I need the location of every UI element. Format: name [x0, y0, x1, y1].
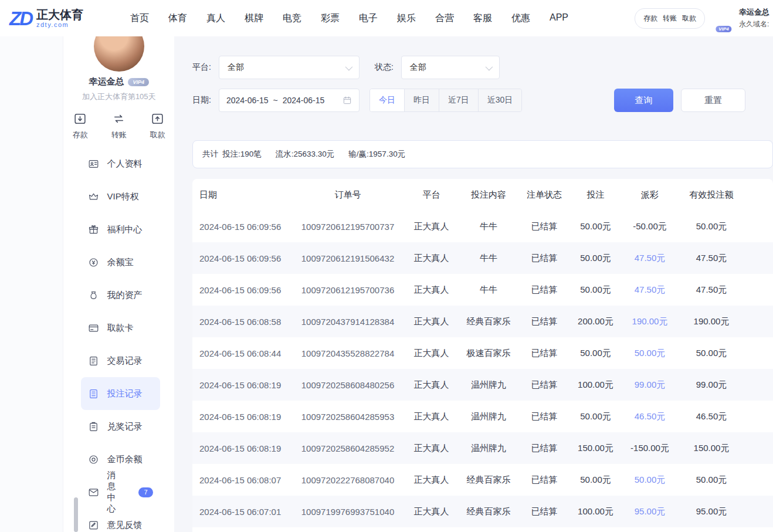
- cell-date: 2024-06-15 06:08:44: [192, 348, 292, 358]
- range-button-yesterday[interactable]: 昨日: [404, 89, 439, 111]
- column-header-payout: 派彩: [621, 189, 679, 201]
- date-end-value: 2024-06-15: [283, 96, 325, 105]
- sidebar-item-transactions[interactable]: 交易记录: [81, 344, 160, 377]
- quick-action-deposit[interactable]: 存款: [73, 111, 88, 140]
- quick-action-transfer[interactable]: 转账: [111, 111, 127, 140]
- nav-item-slots[interactable]: 电子: [359, 12, 378, 25]
- cell-content: 经典百家乐: [459, 506, 518, 517]
- quick-action-label: 取款: [150, 130, 165, 140]
- header-transfer-link[interactable]: 转账: [663, 13, 677, 23]
- cell-content: 牛牛: [459, 284, 518, 296]
- sidebar-item-bet-records[interactable]: 投注记录: [81, 377, 160, 410]
- nav-item-promo[interactable]: 优惠: [511, 12, 530, 25]
- sidebar-item-label: 意见反馈: [107, 520, 142, 531]
- sidebar-item-profile[interactable]: 个人资料: [81, 147, 160, 180]
- nav-item-service[interactable]: 客服: [473, 12, 492, 25]
- cell-platform: 正大真人: [404, 506, 459, 517]
- quick-action-withdraw[interactable]: 取款: [150, 111, 165, 140]
- cell-payout: 50.00元: [621, 475, 679, 486]
- sidebar-item-yuebao[interactable]: 余额宝: [81, 246, 160, 279]
- sidebar-item-feedback[interactable]: 意见反馈: [81, 509, 160, 532]
- platform-select[interactable]: 全部: [219, 56, 360, 79]
- table-row: 2024-06-15 06:08:191009720258604285953正大…: [192, 401, 773, 432]
- bets-icon: [88, 388, 99, 399]
- nav-item-home[interactable]: 首页: [130, 12, 149, 25]
- brand-logo[interactable]: ZD 正大体育 zdty.com: [0, 8, 110, 28]
- sidebar-item-withdraw-card[interactable]: 取款卡: [81, 311, 160, 344]
- top-header: ZD 正大体育 zdty.com 首页体育真人棋牌电竞彩票电子娱乐合营客服优惠A…: [0, 0, 773, 36]
- brand-name: 正大体育: [36, 8, 83, 21]
- date-range-input[interactable]: 2024-06-15 ~ 2024-06-15: [219, 89, 360, 112]
- nav-item-joint[interactable]: 合营: [435, 12, 454, 25]
- header-deposit-link[interactable]: 存款: [643, 13, 657, 23]
- cell-valid: 95.00元: [679, 506, 744, 517]
- cell-bet: 50.00元: [571, 284, 621, 296]
- nav-item-lottery[interactable]: 彩票: [321, 12, 340, 25]
- cell-payout: -50.00元: [621, 221, 679, 232]
- cell-platform: 正大真人: [404, 443, 459, 454]
- cell-bet: 50.00元: [571, 348, 621, 359]
- nav-item-sports[interactable]: 体育: [168, 12, 187, 25]
- nav-item-live[interactable]: 真人: [206, 12, 225, 25]
- table-row: 2024-06-15 06:08:191009720258608480256正大…: [192, 369, 773, 401]
- column-header-valid: 有效投注额: [679, 189, 744, 201]
- bet-records-table: 日期订单号平台投注内容注单状态投注派彩有效投注额 2024-06-15 06:0…: [192, 179, 773, 532]
- cell-order: 1009720258604285952: [292, 443, 404, 453]
- cell-status: 已结算: [518, 348, 571, 359]
- search-button[interactable]: 查询: [614, 89, 673, 112]
- cell-valid: 50.00元: [679, 348, 744, 359]
- feedback-icon: [88, 520, 99, 531]
- cell-valid: 50.00元: [679, 475, 744, 486]
- main-nav: 首页体育真人棋牌电竞彩票电子娱乐合营客服优惠APP: [130, 12, 568, 25]
- cell-order: 1009720612195700736: [292, 285, 404, 295]
- reset-button[interactable]: 重置: [681, 89, 745, 112]
- cell-payout: 95.00元: [621, 506, 679, 517]
- sidebar-item-label: 投注记录: [107, 388, 142, 399]
- cell-status: 已结算: [518, 411, 571, 422]
- column-header-bet: 投注: [571, 189, 621, 201]
- date-separator: ~: [273, 96, 278, 105]
- brand-domain: zdty.com: [36, 21, 83, 28]
- table-row: 2024-06-15 06:08:191009720258604285952正大…: [192, 432, 773, 464]
- column-header-date: 日期: [192, 189, 292, 201]
- cell-content: 温州牌九: [459, 379, 518, 391]
- header-withdraw-link[interactable]: 取款: [682, 13, 696, 23]
- nav-item-esports[interactable]: 电竞: [283, 12, 301, 25]
- sidebar-item-gold-balance[interactable]: 金币余额: [81, 443, 160, 476]
- message-icon: [88, 487, 99, 498]
- cell-bet: 100.00元: [571, 379, 621, 391]
- range-button-today[interactable]: 今日: [370, 89, 404, 111]
- quick-range-group: 今日昨日近7日近30日: [369, 89, 522, 112]
- range-button-last30[interactable]: 近30日: [478, 89, 522, 111]
- cell-content: 经典百家乐: [459, 316, 518, 327]
- table-row: 2024-06-15 06:09:561009720612191506432正大…: [192, 242, 773, 274]
- sidebar-item-vip[interactable]: VIP特权: [81, 180, 160, 213]
- status-select[interactable]: 全部: [401, 56, 500, 79]
- nav-item-chess[interactable]: 棋牌: [245, 12, 263, 25]
- table-row: 2024-06-15 06:09:561009720612195700736正大…: [192, 274, 773, 306]
- sidebar-item-assets[interactable]: 我的资产: [81, 279, 160, 311]
- cell-date: 2024-06-15 06:08:58: [192, 317, 292, 327]
- sidebar-item-label: 个人资料: [107, 158, 142, 170]
- cell-payout: 190.00元: [621, 316, 679, 327]
- sidebar-item-redeem-records[interactable]: 兑奖记录: [81, 410, 160, 443]
- vip-icon: [88, 191, 99, 202]
- column-header-content: 投注内容: [459, 189, 518, 201]
- cell-order: 1009720222768087040: [292, 475, 404, 485]
- cell-payout: 47.50元: [621, 253, 679, 264]
- sidebar-scrollbar-thumb[interactable]: [74, 497, 78, 532]
- column-header-platform: 平台: [404, 189, 459, 201]
- sidebar-item-label: 取款卡: [107, 323, 133, 334]
- nav-item-app[interactable]: APP: [550, 12, 568, 25]
- cell-order: 1009720258608480256: [292, 380, 404, 390]
- vip-badge: VIP4: [128, 78, 149, 86]
- redeem-icon: [88, 421, 99, 432]
- nav-item-entertainment[interactable]: 娱乐: [397, 12, 416, 25]
- sidebar-item-welfare[interactable]: 福利中心: [81, 213, 160, 246]
- sidebar-item-messages[interactable]: 消息中心7: [81, 476, 160, 509]
- header-user[interactable]: VIP4 幸运金总 永久域名:: [713, 5, 769, 31]
- range-button-last7[interactable]: 近7日: [439, 89, 478, 111]
- cell-valid: 99.00元: [679, 379, 744, 391]
- cell-date: 2024-06-15 06:08:19: [192, 443, 292, 453]
- sidebar-menu: 个人资料VIP特权福利中心余额宝我的资产取款卡交易记录投注记录兑奖记录金币余额消…: [63, 147, 174, 532]
